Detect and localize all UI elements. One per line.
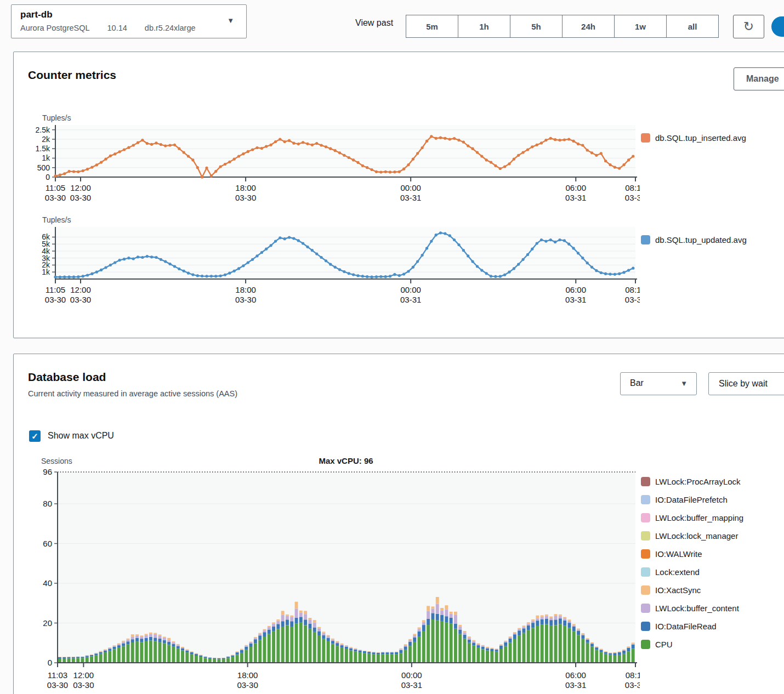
tup-inserted-chart[interactable]: 05001k1.5k2k2.5k11:0503-3012:0003-3018:0… (31, 122, 640, 210)
legend-label: Lock:extend (655, 567, 700, 577)
counter-metrics-title: Counter metrics (28, 69, 116, 82)
svg-text:1k: 1k (42, 153, 50, 162)
svg-text:11:03: 11:03 (48, 670, 67, 680)
legend-swatch (641, 604, 650, 613)
range-button-24h[interactable]: 24h (562, 15, 615, 38)
tup-inserted-legend: db.SQL.tup_inserted.avg (641, 133, 746, 151)
svg-text:2.5k: 2.5k (36, 126, 50, 134)
svg-text:03-31: 03-31 (565, 193, 586, 202)
database-load-chart[interactable]: 0204060809611:0303-3012:0003-3018:0003-3… (31, 468, 640, 694)
manage-metrics-button[interactable]: Manage (734, 67, 784, 90)
legend-item: db.SQL.tup_inserted.avg (641, 133, 746, 143)
legend-item: IO:WALWrite (641, 549, 743, 559)
svg-text:03-30: 03-30 (237, 680, 258, 690)
db-engine: Aurora PostgreSQL (20, 24, 90, 32)
db-details: Aurora PostgreSQL10.14db.r5.24xlarge (20, 24, 213, 32)
legend-item: db.SQL.tup_updated.avg (641, 235, 747, 244)
svg-text:12:00: 12:00 (70, 285, 91, 294)
show-max-vcpu-checkbox[interactable]: ✓ (29, 430, 41, 442)
svg-text:03-30: 03-30 (235, 193, 256, 202)
svg-text:03-31: 03-31 (401, 680, 422, 690)
chart-type-value: Bar (630, 378, 644, 388)
svg-text:0: 0 (48, 658, 52, 667)
slice-by-wait-button[interactable]: Slice by wait (708, 372, 784, 395)
svg-text:40: 40 (43, 578, 52, 588)
check-icon: ✓ (31, 431, 38, 441)
refresh-icon: ↻ (743, 19, 754, 34)
svg-text:08:10: 08:10 (625, 183, 640, 192)
svg-text:0: 0 (46, 173, 50, 181)
svg-text:03-30: 03-30 (47, 680, 68, 690)
svg-text:80: 80 (43, 499, 52, 508)
legend-label: db.SQL.tup_updated.avg (655, 235, 747, 244)
legend-item: Lock:extend (641, 567, 743, 577)
svg-text:6k: 6k (42, 232, 50, 241)
svg-text:03-31: 03-31 (400, 193, 421, 202)
sessions-ylabel: Sessions (41, 457, 72, 465)
view-past-label: View past (355, 18, 393, 28)
chart-type-select[interactable]: Bar ▼ (620, 372, 697, 395)
legend-item: LWLock:buffer_content (641, 604, 743, 613)
svg-text:2k: 2k (42, 135, 50, 144)
legend-swatch (641, 585, 650, 595)
svg-text:06:00: 06:00 (565, 183, 586, 192)
legend-swatch (641, 513, 650, 522)
chevron-down-icon: ▼ (227, 16, 234, 25)
db-selector[interactable]: part-db Aurora PostgreSQL10.14db.r5.24xl… (11, 4, 247, 38)
legend-swatch (641, 531, 650, 541)
svg-text:18:00: 18:00 (235, 183, 256, 192)
tup-updated-ylabel: Tuples/s (42, 215, 71, 224)
legend-label: LWLock:buffer_content (655, 604, 739, 613)
svg-text:11:05: 11:05 (46, 183, 65, 192)
auto-refresh-toggle[interactable] (771, 16, 784, 37)
legend-item: IO:DataFileRead (641, 622, 743, 631)
refresh-button[interactable]: ↻ (733, 15, 764, 38)
show-max-vcpu-label: Show max vCPU (48, 431, 114, 441)
svg-text:00:00: 00:00 (400, 183, 421, 192)
legend-item: LWLock:ProcArrayLock (641, 477, 743, 486)
database-load-title: Database load (28, 371, 106, 384)
legend-item: IO:DataFilePrefetch (641, 495, 743, 504)
legend-swatch (641, 549, 650, 559)
range-button-5m[interactable]: 5m (406, 15, 458, 38)
svg-text:06:00: 06:00 (565, 285, 586, 294)
range-button-1w[interactable]: 1w (614, 15, 667, 38)
svg-text:03-31: 03-31 (625, 295, 640, 304)
svg-text:08:10: 08:10 (625, 285, 640, 294)
max-vcpu-annotation: Max vCPU: 96 (297, 456, 395, 465)
database-load-subtitle: Current activity measured in average act… (28, 389, 237, 398)
svg-text:03-30: 03-30 (70, 193, 91, 202)
svg-text:03-31: 03-31 (565, 295, 586, 304)
svg-text:00:00: 00:00 (400, 285, 421, 294)
range-button-5h[interactable]: 5h (510, 15, 563, 38)
counter-metrics-panel: Counter metrics Manage Tuples/s 05001k1.… (13, 52, 784, 338)
db-instance: db.r5.24xlarge (145, 24, 196, 32)
tup-updated-chart[interactable]: 1k2k3k4k5k6k11:0503-3012:0003-3018:0003-… (31, 224, 640, 312)
legend-swatch (641, 133, 650, 143)
tup-updated-legend: db.SQL.tup_updated.avg (641, 235, 747, 253)
svg-text:96: 96 (43, 468, 52, 476)
legend-label: IO:DataFilePrefetch (655, 495, 728, 504)
range-button-all[interactable]: all (666, 15, 719, 38)
tup-inserted-ylabel: Tuples/s (42, 113, 71, 122)
legend-label: IO:DataFileRead (655, 622, 717, 631)
legend-label: LWLock:ProcArrayLock (655, 477, 741, 486)
svg-text:03-31: 03-31 (565, 680, 586, 690)
legend-item: LWLock:buffer_mapping (641, 513, 743, 522)
svg-text:03-30: 03-30 (70, 295, 91, 304)
chevron-down-icon: ▼ (680, 379, 688, 388)
range-button-1h[interactable]: 1h (458, 15, 510, 38)
legend-swatch (641, 477, 650, 486)
legend-item: IO:XactSync (641, 585, 743, 595)
database-load-panel: Database load Current activity measured … (13, 354, 784, 694)
legend-swatch (641, 495, 650, 504)
svg-text:12:00: 12:00 (70, 183, 91, 192)
svg-text:20: 20 (43, 618, 52, 628)
svg-text:03-31: 03-31 (625, 193, 640, 202)
db-version: 10.14 (107, 24, 127, 32)
legend-label: LWLock:buffer_mapping (655, 513, 743, 522)
legend-swatch (641, 640, 650, 649)
legend-item: CPU (641, 640, 743, 649)
svg-text:18:00: 18:00 (235, 285, 256, 294)
svg-text:03-31: 03-31 (400, 295, 421, 304)
